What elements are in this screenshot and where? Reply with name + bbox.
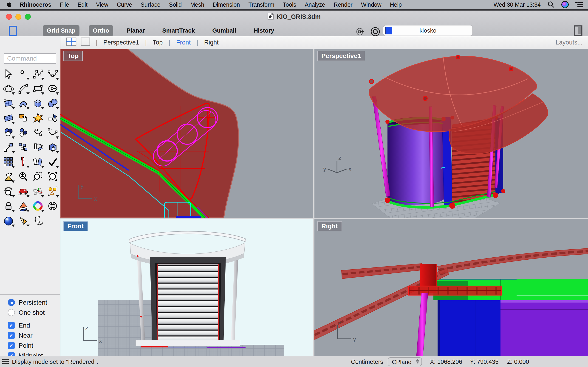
checkbox-checked[interactable]: ✓ bbox=[8, 322, 15, 329]
checkbox-checked[interactable]: ✓ bbox=[8, 332, 15, 339]
tool-flyout-caret[interactable] bbox=[12, 136, 15, 139]
viewport-right[interactable]: z y Right bbox=[314, 219, 588, 356]
menu-item-view[interactable]: View bbox=[96, 1, 108, 8]
kiosk-louver-slats[interactable] bbox=[158, 264, 218, 340]
tool-zoom-dynamic[interactable] bbox=[16, 170, 30, 183]
purple-box[interactable] bbox=[501, 300, 588, 356]
radio-unselected[interactable] bbox=[8, 309, 15, 316]
viewport-label-perspective[interactable]: Perspective1 bbox=[317, 51, 365, 61]
toolbar-button-gumball[interactable]: Gumball bbox=[208, 25, 240, 36]
panel-toggle-left-icon[interactable] bbox=[9, 26, 17, 36]
tool-render-sphere[interactable] bbox=[1, 214, 16, 227]
tool-box[interactable] bbox=[31, 97, 45, 110]
tool-copy[interactable] bbox=[16, 141, 30, 154]
tool-curve-handle[interactable] bbox=[31, 126, 45, 139]
menu-item-dimension[interactable]: Dimension bbox=[213, 1, 240, 8]
tool-flyout-caret[interactable] bbox=[12, 122, 15, 124]
menu-item-file[interactable]: File bbox=[60, 1, 69, 8]
kiosk-base[interactable] bbox=[136, 340, 240, 346]
tool-flyout-caret[interactable] bbox=[12, 225, 15, 227]
tool-flyout-caret[interactable] bbox=[26, 107, 30, 109]
tool-group-dots[interactable] bbox=[16, 126, 30, 139]
siri-icon[interactable] bbox=[561, 1, 569, 8]
tool-offset[interactable] bbox=[31, 156, 45, 168]
tool-dimension[interactable] bbox=[31, 214, 45, 227]
menu-item-tools[interactable]: Tools bbox=[283, 1, 296, 8]
osnap-row-near[interactable]: ✓Near bbox=[8, 331, 60, 340]
viewport-label-right[interactable]: Right bbox=[317, 221, 342, 231]
tool-extend-curve[interactable] bbox=[45, 126, 60, 139]
radio-row-one-shot[interactable]: One shot bbox=[8, 308, 60, 317]
tool-flyout-caret[interactable] bbox=[12, 181, 15, 183]
layouts-link[interactable]: Layouts... bbox=[556, 39, 582, 46]
viewport-front[interactable]: z x Front bbox=[61, 219, 313, 356]
tool-flyout-caret[interactable] bbox=[26, 78, 30, 80]
tool-flyout-caret[interactable] bbox=[41, 92, 44, 95]
tool-flyout-caret[interactable] bbox=[26, 195, 30, 198]
menu-item-analyze[interactable]: Analyze bbox=[305, 1, 325, 8]
menu-clock[interactable]: Wed 30 Mar 13:34 bbox=[493, 1, 541, 8]
menu-item-edit[interactable]: Edit bbox=[78, 1, 87, 8]
tab-front[interactable]: Front bbox=[170, 39, 197, 46]
tool-undo-view[interactable] bbox=[1, 185, 16, 198]
command-input[interactable] bbox=[4, 53, 56, 64]
tool-flyout-caret[interactable] bbox=[12, 166, 15, 168]
tool-flyout-caret[interactable] bbox=[41, 78, 44, 80]
tool-flyout-caret[interactable] bbox=[26, 225, 30, 227]
list-icon[interactable] bbox=[575, 1, 583, 8]
tool-flyout-caret[interactable] bbox=[41, 195, 44, 198]
tab-perspective1[interactable]: Perspective1 bbox=[97, 39, 145, 46]
tool-pointer[interactable] bbox=[1, 67, 16, 80]
checkbox-checked[interactable]: ✓ bbox=[8, 342, 15, 349]
selection-filter-icon[interactable] bbox=[355, 27, 365, 37]
tool-curve-control-points[interactable] bbox=[31, 67, 45, 80]
tool-boolean-circles[interactable] bbox=[1, 126, 16, 139]
menu-item-curve[interactable]: Curve bbox=[117, 1, 132, 8]
tool-curve-through-points[interactable] bbox=[45, 67, 60, 80]
tool-sphere-pair[interactable] bbox=[45, 97, 60, 110]
menu-item-rhinoceros[interactable]: Rhinoceros bbox=[20, 1, 52, 8]
tool-flyout-caret[interactable] bbox=[26, 210, 30, 212]
viewport-label-front[interactable]: Front bbox=[63, 221, 88, 231]
tool-cone-spotlight[interactable] bbox=[16, 214, 30, 227]
apple-icon[interactable] bbox=[5, 1, 13, 8]
tool-flyout-caret[interactable] bbox=[12, 195, 15, 198]
viewport-top[interactable]: y x Top bbox=[61, 49, 313, 218]
tab-right[interactable]: Right bbox=[198, 39, 225, 46]
tool-ellipse[interactable] bbox=[1, 82, 16, 95]
status-menu-icon[interactable] bbox=[2, 359, 9, 365]
tool-flyout-caret[interactable] bbox=[12, 92, 15, 95]
tool-arc[interactable] bbox=[16, 82, 30, 95]
tool-scale[interactable] bbox=[16, 156, 30, 168]
tool-named-view[interactable] bbox=[16, 185, 30, 198]
checkbox-checked[interactable]: ✓ bbox=[8, 352, 15, 356]
tool-lock[interactable] bbox=[1, 200, 16, 212]
viewport-perspective[interactable]: z x y Perspective1 bbox=[314, 49, 588, 218]
tool-flyout-caret[interactable] bbox=[56, 166, 59, 168]
menu-item-transform[interactable]: Transform bbox=[248, 1, 274, 8]
osnap-row-point[interactable]: ✓Point bbox=[8, 341, 60, 350]
tool-surface-patch[interactable] bbox=[1, 97, 16, 110]
tool-shaded-sphere[interactable] bbox=[45, 200, 60, 212]
tool-flyout-caret[interactable] bbox=[56, 136, 59, 139]
menu-item-surface[interactable]: Surface bbox=[141, 1, 160, 8]
tool-flyout-caret[interactable] bbox=[26, 92, 30, 95]
tool-apply-check[interactable] bbox=[45, 156, 60, 168]
tool-explode[interactable] bbox=[31, 111, 45, 124]
tool-flyout-caret[interactable] bbox=[41, 166, 44, 168]
toolbar-button-history[interactable]: History bbox=[250, 25, 278, 36]
menu-item-mesh[interactable]: Mesh bbox=[190, 1, 204, 8]
tool-flyout-caret[interactable] bbox=[12, 151, 15, 153]
menu-item-window[interactable]: Window bbox=[361, 1, 381, 8]
layer-color-swatch[interactable] bbox=[385, 27, 392, 34]
tool-polygon[interactable] bbox=[45, 82, 60, 95]
toolbar-button-grid-snap[interactable]: Grid Snap bbox=[43, 25, 79, 36]
record-history-icon[interactable] bbox=[370, 27, 380, 38]
tool-flyout-caret[interactable] bbox=[12, 210, 15, 212]
toolbar-button-planar[interactable]: Planar bbox=[122, 25, 149, 36]
tool-named-objects[interactable] bbox=[45, 185, 60, 198]
tool-cplane[interactable] bbox=[31, 185, 45, 198]
tool-zoom-window[interactable] bbox=[31, 170, 45, 183]
menu-item-solid[interactable]: Solid bbox=[169, 1, 182, 8]
tool-plugins-puzzle[interactable] bbox=[16, 111, 30, 124]
